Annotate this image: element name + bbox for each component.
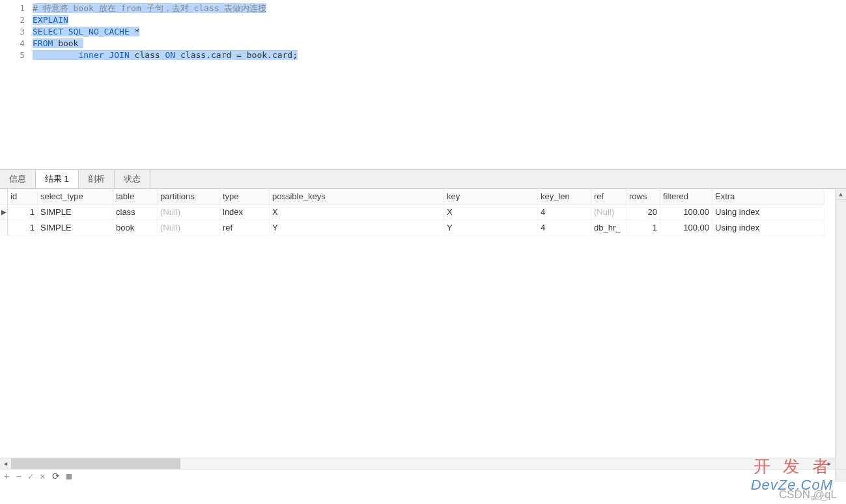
- form-view-icon[interactable]: 🖵: [820, 494, 828, 503]
- col-header-possible_keys[interactable]: possible_keys: [270, 189, 444, 204]
- refresh-button[interactable]: ⟳: [52, 471, 60, 481]
- kw-explain: EXPLAIN: [33, 15, 68, 25]
- cell-possible_keys[interactable]: X: [270, 204, 444, 220]
- comment-text: # 特意将 book 放在 from 子句，去对 class 表做内连接: [33, 3, 266, 13]
- cell-key_len[interactable]: 4: [538, 220, 591, 236]
- cell-select_type[interactable]: SIMPLE: [38, 204, 113, 220]
- cell-partitions[interactable]: (Null): [158, 220, 220, 236]
- line-num: 4: [0, 38, 25, 49]
- cell-key_len[interactable]: 4: [538, 204, 591, 220]
- cell-type[interactable]: index: [220, 204, 270, 220]
- kw-from: FROM: [33, 38, 53, 48]
- status-icons: ⊞ 🖵: [811, 494, 828, 503]
- star: *: [130, 27, 140, 36]
- scrollbar-vertical[interactable]: ▲: [835, 189, 846, 482]
- cell-id[interactable]: 1: [8, 204, 38, 220]
- cell-ref[interactable]: db_hr_: [591, 220, 627, 236]
- kw-join: JOIN: [109, 50, 129, 60]
- col-header-Extra[interactable]: Extra: [712, 189, 825, 204]
- results-toolbar: + − ✓ ✕ ⟳ ■: [0, 469, 846, 482]
- code-line-1: # 特意将 book 放在 from 子句，去对 class 表做内连接: [33, 3, 846, 14]
- cell-key[interactable]: X: [444, 204, 538, 220]
- results-panel: idselect_typetablepartitionstypepossible…: [0, 189, 846, 482]
- cell-table[interactable]: class: [113, 204, 158, 220]
- cell-partitions[interactable]: (Null): [158, 204, 220, 220]
- apply-button[interactable]: ✓: [28, 471, 33, 481]
- scroll-left-icon[interactable]: ◀: [0, 458, 11, 469]
- cell-filtered[interactable]: 100.00: [660, 204, 712, 220]
- line-num: 5: [0, 49, 25, 61]
- delete-row-button[interactable]: −: [16, 471, 21, 481]
- row-header-corner: [0, 189, 8, 204]
- cell-possible_keys[interactable]: Y: [270, 220, 444, 236]
- scroll-thumb[interactable]: [11, 458, 180, 469]
- kw-inner: inner: [78, 50, 104, 60]
- watermark-csdn: CSDN @qL: [779, 488, 837, 501]
- col-header-key_len[interactable]: key_len: [538, 189, 591, 204]
- cell-select_type[interactable]: SIMPLE: [38, 220, 113, 236]
- result-tabs: 信息 结果 1 剖析 状态: [0, 169, 846, 189]
- stop-button[interactable]: ■: [66, 471, 72, 481]
- cell-type[interactable]: ref: [220, 220, 270, 236]
- col-header-key[interactable]: key: [444, 189, 538, 204]
- tab-analysis[interactable]: 剖析: [79, 170, 115, 188]
- code-line-3: SELECT SQL_NO_CACHE *: [33, 26, 846, 38]
- code-line-4: FROM book: [33, 38, 846, 49]
- code-line-5: inner JOIN class ON class.card = book.ca…: [33, 49, 846, 61]
- col-header-select_type[interactable]: select_type: [38, 189, 113, 204]
- kw-select: SELECT: [33, 27, 63, 36]
- cell-table[interactable]: book: [113, 220, 158, 236]
- col-header-partitions[interactable]: partitions: [158, 189, 220, 204]
- sql-editor[interactable]: 1 2 3 4 5 # 特意将 book 放在 from 子句，去对 class…: [0, 0, 846, 169]
- tab-info[interactable]: 信息: [0, 170, 36, 188]
- watermark-kfz: 开 发 者: [754, 455, 833, 478]
- col-header-rows[interactable]: rows: [627, 189, 660, 204]
- line-num: 3: [0, 26, 25, 38]
- code-area[interactable]: # 特意将 book 放在 from 子句，去对 class 表做内连接 EXP…: [33, 0, 846, 169]
- scroll-track[interactable]: [11, 458, 824, 469]
- tab-status[interactable]: 状态: [115, 170, 150, 188]
- col-header-filtered[interactable]: filtered: [660, 189, 712, 204]
- pad: [33, 50, 78, 60]
- cell-rows[interactable]: 1: [627, 220, 660, 236]
- cell-Extra[interactable]: Using index: [712, 220, 825, 236]
- cell-id[interactable]: 1: [8, 220, 38, 236]
- cell-ref[interactable]: (Null): [591, 204, 627, 220]
- cell-Extra[interactable]: Using index: [712, 204, 825, 220]
- scroll-up-icon[interactable]: ▲: [836, 189, 846, 200]
- cell-filtered[interactable]: 100.00: [660, 220, 712, 236]
- col-header-type[interactable]: type: [220, 189, 270, 204]
- line-num: 1: [0, 3, 25, 14]
- cancel-button[interactable]: ✕: [40, 471, 45, 481]
- kw-on: ON: [165, 50, 176, 60]
- on-cond: class.card = book.card;: [175, 50, 298, 60]
- code-line-2: EXPLAIN: [33, 14, 846, 26]
- col-header-id[interactable]: id: [8, 189, 38, 204]
- line-num: 2: [0, 14, 25, 26]
- line-gutter: 1 2 3 4 5: [0, 0, 33, 169]
- ident-book: book: [53, 38, 83, 48]
- cell-rows[interactable]: 20: [627, 204, 660, 220]
- current-row-icon: ▶: [1, 208, 7, 216]
- tab-result-1[interactable]: 结果 1: [36, 170, 79, 188]
- kw-nocache: SQL_NO_CACHE: [68, 27, 130, 36]
- add-row-button[interactable]: +: [4, 471, 9, 481]
- row-header[interactable]: ▶: [0, 204, 8, 220]
- grid-view-icon[interactable]: ⊞: [811, 494, 816, 503]
- col-header-table[interactable]: table: [113, 189, 158, 204]
- ident-class: class: [130, 50, 165, 60]
- row-header[interactable]: [0, 220, 8, 236]
- cell-key[interactable]: Y: [444, 220, 538, 236]
- results-grid[interactable]: idselect_typetablepartitionstypepossible…: [0, 189, 846, 236]
- scrollbar-horizontal[interactable]: ◀ ▶: [0, 458, 835, 469]
- col-header-ref[interactable]: ref: [591, 189, 627, 204]
